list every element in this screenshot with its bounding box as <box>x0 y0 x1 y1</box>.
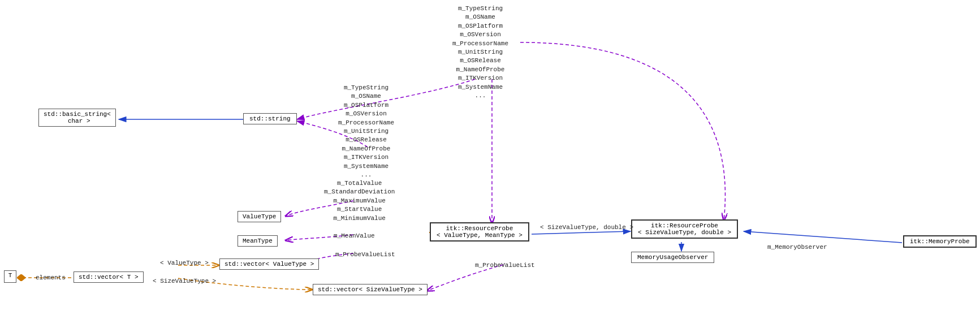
node-itk-memory-probe: itk::MemoryProbe <box>903 235 977 248</box>
label-size-value-type-double: < SizeValueType, double > <box>540 223 633 232</box>
node-mean-type: MeanType <box>238 235 278 247</box>
label-elements: elements <box>36 274 66 282</box>
node-std-basic-string: std::basic_string< char > <box>38 109 116 127</box>
node-t: T <box>4 270 16 283</box>
label-memory-observer: m_MemoryObserver <box>767 243 827 252</box>
node-itk-resource-probe-svtd: itk::ResourceProbe< SizeValueType, doubl… <box>631 219 738 239</box>
label-top-fields: m_TypeStringm_OSNamem_OSPlatformm_OSVers… <box>452 5 508 100</box>
label-mean-value: m_MeanValue <box>334 232 375 240</box>
label-mid-fields: m_TypeStringm_OSNamem_OSPlatformm_OSVers… <box>338 84 394 179</box>
node-value-type: ValueType <box>238 211 281 222</box>
svg-line-7 <box>744 231 902 243</box>
node-std-string: std::string <box>243 113 297 124</box>
node-std-vector-valuetype: std::vector< ValueType > <box>219 258 319 270</box>
label-size-value-type-templ: < SizeValueType > <box>153 277 216 286</box>
node-memory-usage-observer: MemoryUsageObserver <box>631 252 714 263</box>
node-std-vector-sizevaluetype: std::vector< SizeValueType > <box>313 284 428 295</box>
node-itk-resource-probe-vmt: itk::ResourceProbe< ValueType, MeanType … <box>430 222 529 242</box>
label-probe-value-list-1: m_ProbeValueList <box>335 251 395 259</box>
label-value-fields: m_TotalValuem_StandardDeviationm_Maximum… <box>324 179 395 223</box>
node-std-vector-t: std::vector< T > <box>74 271 144 283</box>
label-probe-value-list-2: m_ProbeValueList <box>475 261 535 270</box>
diagram-container: T std::vector< T > std::basic_string< ch… <box>0 0 980 332</box>
label-value-type-templ: < ValueType > <box>160 259 209 268</box>
